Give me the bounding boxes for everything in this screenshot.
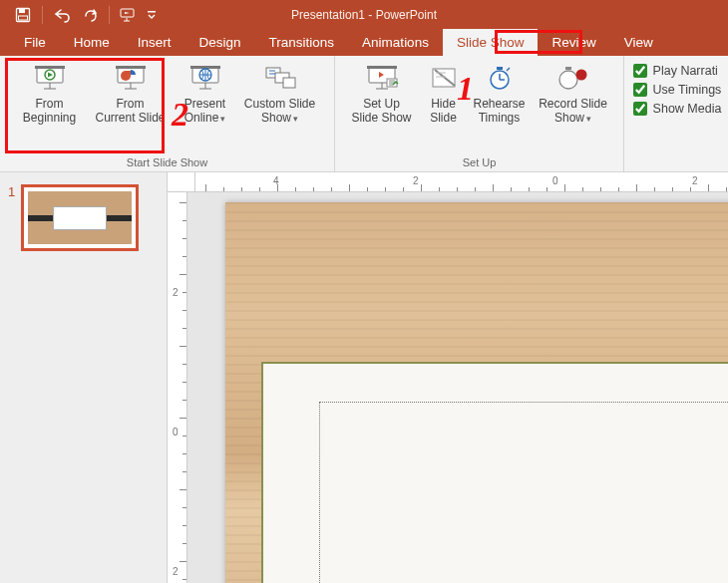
svg-point-24 bbox=[575, 70, 586, 81]
start-from-beginning-qat-button[interactable] bbox=[116, 4, 142, 26]
svg-rect-2 bbox=[19, 16, 28, 20]
svg-rect-15 bbox=[283, 78, 295, 88]
play-narrations-checkbox[interactable]: Play Narrati bbox=[633, 64, 722, 78]
ribbon-tabs: File Home Insert Design Transitions Anim… bbox=[0, 29, 728, 56]
from-current-slide-icon bbox=[114, 64, 148, 94]
custom-slide-show-button[interactable]: Custom Slide Show▾ bbox=[238, 60, 322, 126]
save-button[interactable] bbox=[10, 4, 36, 26]
custom-slide-show-label: Custom Slide Show▾ bbox=[244, 97, 315, 126]
present-online-button[interactable]: Present Online▾ bbox=[175, 60, 236, 126]
svg-point-22 bbox=[559, 71, 577, 89]
svg-rect-9 bbox=[116, 66, 146, 69]
hide-slide-button[interactable]: Hide Slide bbox=[421, 60, 467, 125]
tab-animations[interactable]: Animations bbox=[348, 29, 443, 56]
thumbnail-number: 1 bbox=[8, 184, 15, 251]
show-media-label: Show Media bbox=[653, 102, 722, 116]
group-start-slide-show: From Beginning From Current Slide Presen… bbox=[0, 56, 335, 171]
tab-design[interactable]: Design bbox=[185, 29, 255, 56]
ribbon: From Beginning From Current Slide Presen… bbox=[0, 56, 728, 172]
record-label: Record Slide Show▾ bbox=[539, 97, 607, 126]
tab-transitions[interactable]: Transitions bbox=[255, 29, 349, 56]
record-icon bbox=[556, 64, 590, 94]
svg-rect-6 bbox=[35, 66, 65, 69]
redo-button[interactable] bbox=[77, 4, 103, 26]
present-online-icon bbox=[188, 64, 222, 94]
use-timings-checkbox[interactable]: Use Timings bbox=[633, 83, 722, 97]
from-beginning-button[interactable]: From Beginning bbox=[13, 60, 87, 125]
slide-thumbnail-pane[interactable]: 1 bbox=[0, 172, 168, 583]
record-slide-show-button[interactable]: Record Slide Show▾ bbox=[533, 60, 614, 126]
title-bar: Presentation1 - PowerPoint bbox=[0, 0, 728, 29]
set-up-icon bbox=[365, 64, 399, 94]
slide[interactable]: Click to ad bbox=[225, 202, 728, 583]
rehearse-timings-label: Rehearse Timings bbox=[473, 97, 525, 125]
custom-slide-show-icon bbox=[263, 64, 297, 94]
undo-button[interactable] bbox=[49, 4, 75, 26]
ruler-vertical: 2 0 2 bbox=[168, 192, 187, 583]
svg-rect-23 bbox=[565, 67, 571, 70]
svg-rect-4 bbox=[148, 11, 156, 13]
ruler-horizontal: 4 2 0 2 bbox=[195, 172, 728, 192]
group-set-up: Set Up Slide Show Hide Slide Rehearse Ti… bbox=[335, 56, 624, 171]
set-up-label: Set Up Slide Show bbox=[351, 97, 411, 125]
from-current-slide-button[interactable]: From Current Slide bbox=[89, 60, 173, 125]
workspace: 1 4 2 0 2 2 0 2 bbox=[0, 172, 728, 583]
slide-canvas[interactable]: Click to ad bbox=[195, 192, 728, 583]
tab-view[interactable]: View bbox=[610, 29, 667, 56]
rehearse-timings-icon bbox=[483, 64, 517, 94]
tab-insert[interactable]: Insert bbox=[124, 29, 185, 56]
svg-rect-21 bbox=[497, 67, 503, 70]
svg-rect-17 bbox=[367, 66, 397, 69]
show-media-checkbox[interactable]: Show Media bbox=[633, 102, 722, 116]
tab-file[interactable]: File bbox=[10, 29, 60, 56]
tab-slide-show[interactable]: Slide Show bbox=[443, 29, 539, 56]
use-timings-label: Use Timings bbox=[653, 83, 722, 97]
present-online-label: Present Online▾ bbox=[184, 97, 226, 126]
group-setup-label: Set Up bbox=[335, 153, 623, 171]
quick-access-toolbar bbox=[0, 4, 160, 26]
ruler-corner bbox=[168, 172, 195, 192]
qat-customize-button[interactable] bbox=[144, 4, 160, 26]
rehearse-timings-button[interactable]: Rehearse Timings bbox=[469, 60, 531, 125]
set-up-slide-show-button[interactable]: Set Up Slide Show bbox=[345, 60, 419, 125]
from-beginning-label: From Beginning bbox=[23, 97, 76, 125]
tab-review[interactable]: Review bbox=[538, 29, 609, 56]
from-beginning-icon bbox=[33, 64, 67, 94]
use-timings-input[interactable] bbox=[633, 83, 647, 97]
from-current-slide-label: From Current Slide bbox=[95, 97, 165, 125]
thumbnail-preview[interactable] bbox=[21, 184, 139, 251]
play-narrations-label: Play Narrati bbox=[653, 64, 718, 78]
group-start-label: Start Slide Show bbox=[0, 153, 334, 171]
hide-slide-icon bbox=[427, 64, 461, 94]
thumbnail-item[interactable]: 1 bbox=[8, 184, 159, 251]
hide-slide-label: Hide Slide bbox=[430, 97, 457, 125]
play-narrations-input[interactable] bbox=[633, 64, 647, 78]
slide-edit-pane: 4 2 0 2 2 0 2 Click to ad bbox=[168, 172, 728, 583]
group-monitor-options: Play Narrati Use Timings Show Media bbox=[624, 56, 728, 171]
svg-rect-1 bbox=[19, 9, 25, 13]
show-media-input[interactable] bbox=[633, 102, 647, 116]
tab-home[interactable]: Home bbox=[60, 29, 124, 56]
title-placeholder[interactable]: Click to ad bbox=[319, 402, 728, 583]
